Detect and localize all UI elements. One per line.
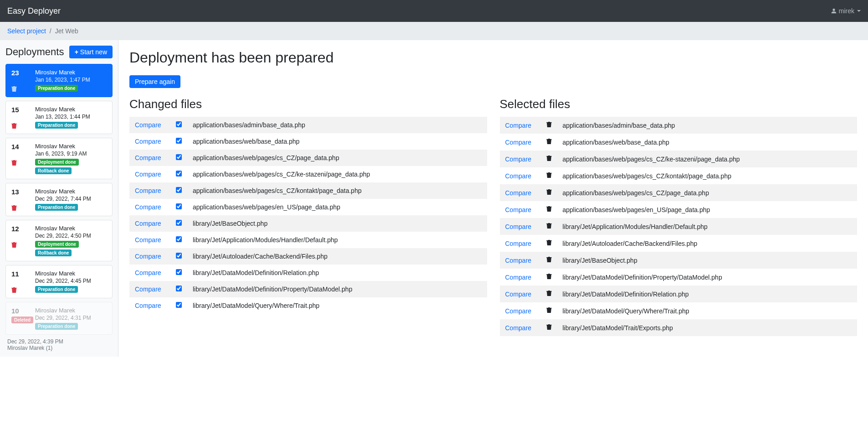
trash-icon[interactable] — [11, 205, 17, 211]
file-path: library/Jet/DataModel/Definition/Relatio… — [187, 265, 487, 281]
file-path: application/bases/web/base_data.php — [557, 134, 858, 151]
trash-icon[interactable] — [546, 121, 552, 128]
file-checkbox[interactable] — [176, 171, 182, 177]
compare-link[interactable]: Compare — [505, 122, 532, 129]
file-checkbox[interactable] — [176, 286, 182, 291]
compare-link[interactable]: Compare — [135, 286, 161, 293]
file-checkbox[interactable] — [176, 187, 182, 193]
deployment-card[interactable]: 23Miroslav MarekJan 16, 2023, 1:47 PM Pr… — [5, 64, 113, 97]
trash-icon[interactable] — [11, 160, 17, 166]
compare-link[interactable]: Compare — [135, 171, 161, 178]
status-badge: Preparation done — [35, 323, 78, 330]
compare-link[interactable]: Compare — [505, 291, 532, 298]
file-path: library/Jet/DataModel/Query/Where/Trait.… — [187, 297, 487, 314]
deployment-card[interactable]: 13Miroslav MarekDec 29, 2022, 7:44 PM Pr… — [5, 183, 113, 216]
compare-link[interactable]: Compare — [505, 139, 532, 146]
trash-icon[interactable] — [11, 287, 17, 293]
user-menu[interactable]: mirek — [831, 7, 861, 15]
compare-link[interactable]: Compare — [505, 223, 532, 230]
compare-link[interactable]: Compare — [505, 206, 532, 213]
trash-icon[interactable] — [546, 273, 552, 280]
table-row: Compare library/Jet/DataModel/Trait/Expo… — [500, 319, 858, 336]
table-row: Compare application/bases/web/base_data.… — [129, 133, 487, 150]
status-badge: Preparation done — [35, 85, 78, 92]
deployment-date: Jan 6, 2023, 9:19 AM — [35, 151, 107, 157]
table-row: Compare library/Jet/Application/Modules/… — [500, 218, 858, 235]
deployment-author: Miroslav Marek — [35, 106, 107, 113]
table-row: Compare library/Jet/Application/Modules/… — [129, 232, 487, 248]
compare-link[interactable]: Compare — [135, 121, 161, 129]
start-new-label: Start new — [80, 48, 107, 56]
compare-link[interactable]: Compare — [135, 220, 161, 227]
deployment-date: Dec 29, 2022, 4:45 PM — [35, 278, 107, 284]
trash-icon[interactable] — [546, 256, 552, 263]
trash-icon[interactable] — [546, 290, 552, 296]
trash-icon[interactable] — [11, 242, 17, 248]
table-row: Compare library/Jet/Autoloader/Cache/Bac… — [500, 235, 858, 252]
compare-link[interactable]: Compare — [505, 172, 532, 180]
table-row: Compare application/bases/web/pages/cs_C… — [129, 166, 487, 182]
deployment-card[interactable]: 15Miroslav MarekJan 13, 2023, 1:44 PM Pr… — [5, 101, 113, 134]
trash-icon[interactable] — [546, 223, 552, 229]
file-path: library/Jet/Autoloader/Cache/Backend/Fil… — [557, 235, 858, 252]
trash-icon[interactable] — [11, 86, 17, 92]
file-path: library/Jet/DataModel/Definition/Relatio… — [557, 286, 858, 302]
file-checkbox[interactable] — [176, 269, 182, 275]
deployment-card[interactable]: 14Miroslav MarekJan 6, 2023, 9:19 AM Dep… — [5, 138, 113, 179]
file-path: application/bases/web/base_data.php — [187, 133, 487, 150]
deployment-card[interactable]: 10 DeletedMiroslav MarekDec 29, 2022, 4:… — [5, 302, 113, 335]
file-checkbox[interactable] — [176, 220, 182, 226]
table-row: Compare library/Jet/BaseObject.php — [129, 215, 487, 232]
compare-link[interactable]: Compare — [505, 240, 532, 247]
trash-icon[interactable] — [546, 239, 552, 246]
deployment-author: Miroslav Marek — [35, 225, 107, 232]
file-path: application/bases/web/pages/cs_CZ/page_d… — [187, 150, 487, 166]
file-path: library/Jet/BaseObject.php — [557, 252, 858, 269]
compare-link[interactable]: Compare — [135, 236, 161, 244]
user-icon — [831, 8, 837, 14]
compare-link[interactable]: Compare — [505, 324, 532, 332]
compare-link[interactable]: Compare — [505, 307, 532, 315]
trash-icon[interactable] — [546, 307, 552, 313]
file-checkbox[interactable] — [176, 302, 182, 308]
plus-icon: + — [75, 48, 78, 56]
deployment-card[interactable]: 12Miroslav MarekDec 29, 2022, 4:50 PM De… — [5, 220, 113, 261]
compare-link[interactable]: Compare — [505, 257, 532, 264]
trash-icon[interactable] — [546, 138, 552, 145]
compare-link[interactable]: Compare — [135, 203, 161, 211]
trash-icon[interactable] — [546, 172, 552, 178]
file-checkbox[interactable] — [176, 154, 182, 160]
table-row: Compare application/bases/web/base_data.… — [500, 134, 858, 151]
prepare-again-button[interactable]: Prepare again — [129, 75, 180, 88]
compare-link[interactable]: Compare — [135, 154, 161, 161]
file-path: application/bases/admin/base_data.php — [187, 117, 487, 133]
file-checkbox[interactable] — [176, 236, 182, 242]
compare-link[interactable]: Compare — [135, 269, 161, 276]
breadcrumb-link-select-project[interactable]: Select project — [7, 27, 46, 35]
deleted-badge: Deleted — [11, 317, 33, 323]
compare-link[interactable]: Compare — [135, 302, 161, 309]
compare-link[interactable]: Compare — [135, 187, 161, 194]
compare-link[interactable]: Compare — [135, 253, 161, 260]
file-checkbox[interactable] — [176, 203, 182, 209]
file-path: application/bases/web/pages/en_US/page_d… — [557, 201, 858, 218]
changed-files-title: Changed files — [129, 97, 487, 111]
trash-icon[interactable] — [546, 155, 552, 161]
user-name: mirek — [839, 7, 854, 15]
trash-icon[interactable] — [11, 123, 17, 129]
compare-link[interactable]: Compare — [505, 274, 532, 281]
table-row: Compare application/bases/admin/base_dat… — [129, 117, 487, 133]
trash-icon[interactable] — [546, 324, 552, 330]
trash-icon[interactable] — [546, 189, 552, 195]
deployment-card[interactable]: 11Miroslav MarekDec 29, 2022, 4:45 PM Pr… — [5, 265, 113, 298]
compare-link[interactable]: Compare — [505, 156, 532, 163]
file-checkbox[interactable] — [176, 121, 182, 127]
trash-icon[interactable] — [546, 206, 552, 212]
compare-link[interactable]: Compare — [135, 138, 161, 145]
table-row: Compare library/Jet/DataModel/Definition… — [500, 286, 858, 302]
status-badge: Preparation done — [35, 204, 78, 211]
compare-link[interactable]: Compare — [505, 189, 532, 197]
file-checkbox[interactable] — [176, 253, 182, 259]
start-new-button[interactable]: + Start new — [69, 46, 113, 58]
file-checkbox[interactable] — [176, 138, 182, 144]
